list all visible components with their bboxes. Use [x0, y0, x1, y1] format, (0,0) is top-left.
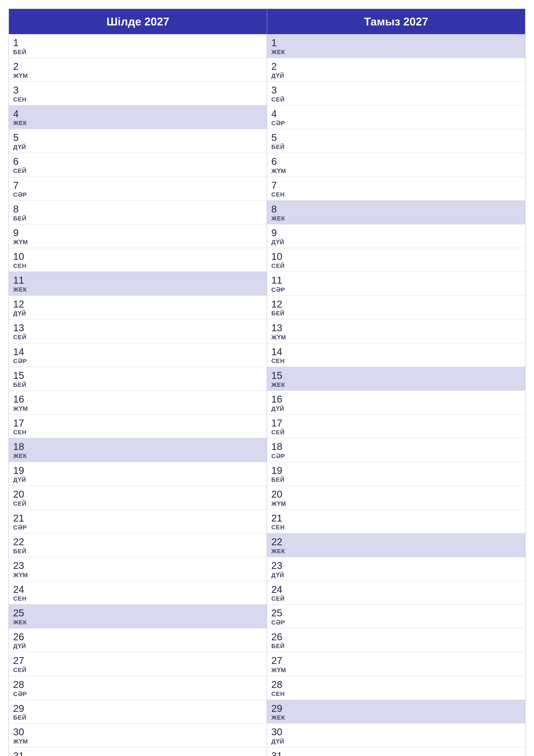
day-name: ДҮЙ — [271, 572, 284, 579]
calendar-container: Шілде 2027Тамыз 2027 1 БЕЙ 1 ЖЕК 2 ЖҮМ 2 — [0, 0, 534, 756]
day-row: 22 БЕЙ — [9, 533, 267, 557]
day-number: 6 — [271, 156, 277, 167]
day-number: 19 — [13, 465, 24, 476]
day-info: 7 СЕН — [271, 180, 285, 198]
day-name: СӘР — [13, 358, 27, 364]
day-row: 11 СӘР — [267, 272, 525, 296]
day-row: 29 ЖЕК — [267, 700, 525, 724]
day-name: ЖҮМ — [13, 572, 28, 579]
day-row: 21 СЕН — [267, 510, 525, 534]
day-row: 4 ЖЕК — [9, 105, 267, 129]
day-info: 1 ЖЕК — [271, 37, 285, 56]
day-info: 31 СЕН — [13, 750, 26, 756]
day-number: 7 — [13, 180, 19, 191]
day-info: 10 СЕН — [13, 251, 26, 269]
day-row: 18 СӘР — [267, 438, 525, 462]
day-name: СӘР — [271, 619, 285, 626]
day-info: 30 ЖҮМ — [13, 726, 28, 745]
day-info: 17 СЕЙ — [271, 418, 285, 436]
day-info: 5 ДҮЙ — [13, 132, 26, 150]
day-name: СЕН — [13, 96, 26, 103]
day-info: 24 СЕН — [13, 584, 26, 602]
day-number: 21 — [13, 513, 24, 524]
day-info: 4 СӘР — [271, 108, 285, 127]
day-info: 25 ЖЕК — [13, 608, 27, 626]
day-name: ЖЕК — [13, 619, 27, 626]
day-number: 27 — [13, 655, 24, 666]
day-number: 6 — [13, 156, 19, 167]
day-name: БЕЙ — [271, 144, 285, 150]
day-info: 7 СӘР — [13, 180, 27, 199]
day-info: 21 СЕН — [271, 513, 285, 531]
day-row: 8 ЖЕК — [267, 201, 525, 224]
day-number: 12 — [13, 299, 24, 310]
day-row: 1 ЖЕК — [267, 34, 525, 58]
month-header-shilde: Шілде 2027 — [9, 9, 267, 34]
day-info: 16 ДҮЙ — [271, 394, 284, 412]
day-row: 17 СЕН — [9, 415, 267, 438]
day-name: ЖЕК — [271, 381, 285, 388]
day-number: 10 — [271, 251, 282, 262]
day-name: ЖЕК — [271, 548, 285, 555]
day-info: 15 ЖЕК — [271, 370, 285, 388]
day-info: 27 ЖҮМ — [271, 655, 286, 674]
day-number: 17 — [13, 418, 24, 429]
day-number: 19 — [271, 465, 282, 476]
day-row: 6 СЕЙ — [9, 153, 267, 177]
day-row: 7 СЕН — [267, 177, 525, 201]
day-row: 3 СЕЙ — [267, 82, 525, 105]
day-name: БЕЙ — [13, 714, 26, 721]
day-row: 10 СЕН — [9, 248, 267, 272]
day-name: СЕН — [13, 429, 26, 436]
day-row: 13 СЕЙ — [9, 319, 267, 343]
day-name: ЖЕК — [271, 215, 285, 222]
day-info: 1 БЕЙ — [13, 37, 26, 56]
day-number: 12 — [271, 299, 282, 310]
day-number: 2 — [13, 61, 19, 72]
day-number: 23 — [13, 560, 24, 571]
day-row: 10 СЕЙ — [267, 248, 525, 272]
day-number: 26 — [13, 632, 24, 642]
day-info: 18 СӘР — [271, 441, 285, 460]
day-info: 6 ЖҮМ — [271, 156, 286, 175]
day-row: 16 ДҮЙ — [267, 391, 525, 415]
day-number: 5 — [271, 132, 277, 143]
day-name: ДҮЙ — [13, 144, 26, 150]
day-info: 28 СЕН — [271, 679, 285, 697]
day-row: 22 ЖЕК — [267, 533, 525, 557]
day-info: 16 ЖҮМ — [13, 394, 28, 412]
day-info: 5 БЕЙ — [271, 132, 285, 150]
day-info: 20 ЖҮМ — [271, 489, 286, 507]
month-header-tamyz: Тамыз 2027 — [267, 9, 525, 34]
day-number: 14 — [271, 346, 282, 357]
day-info: 21 СӘР — [13, 513, 27, 531]
day-number: 4 — [13, 108, 19, 120]
day-number: 26 — [271, 632, 282, 642]
day-info: 6 СЕЙ — [13, 156, 26, 174]
day-name: СЕН — [271, 524, 285, 531]
day-name: БЕЙ — [271, 643, 285, 650]
day-name: ДҮЙ — [271, 738, 284, 745]
day-row: 19 БЕЙ — [267, 462, 525, 486]
day-row: 15 ЖЕК — [267, 367, 525, 391]
day-name: ЖЕК — [13, 120, 27, 126]
day-number: 7 — [271, 180, 277, 191]
day-row: 1 БЕЙ — [9, 34, 267, 58]
day-name: СЕН — [13, 595, 26, 602]
day-name: СЕЙ — [13, 334, 26, 341]
day-name: СӘР — [271, 452, 285, 460]
day-row: 14 СӘР — [9, 343, 267, 367]
day-name: СЕЙ — [271, 262, 285, 269]
day-name: ЖҮМ — [13, 239, 28, 246]
day-number: 20 — [13, 489, 24, 500]
day-name: СЕН — [271, 358, 285, 364]
day-row: 30 ДҮЙ — [267, 723, 525, 747]
day-row: 11 ЖЕК — [9, 272, 267, 296]
day-row: 8 БЕЙ — [9, 201, 267, 224]
day-name: БЕЙ — [271, 476, 285, 483]
day-info: 3 СЕЙ — [271, 85, 285, 103]
day-info: 8 ЖЕК — [271, 204, 285, 222]
day-name: СЕЙ — [271, 96, 285, 103]
day-row: 17 СЕЙ — [267, 415, 525, 438]
day-info: 27 СЕЙ — [13, 655, 26, 673]
